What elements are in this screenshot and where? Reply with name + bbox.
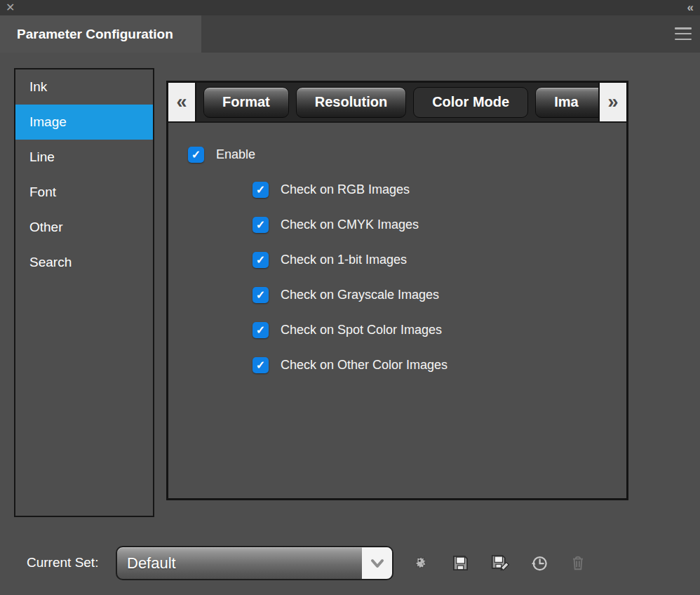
panel-menu-icon[interactable] xyxy=(675,27,692,40)
spot-color-checkbox[interactable]: ✓ xyxy=(253,322,269,338)
spot-color-label: Check on Spot Color Images xyxy=(281,323,442,337)
other-color-checkbox[interactable]: ✓ xyxy=(253,357,269,373)
check-row-1bit: ✓ Check on 1-bit Images xyxy=(253,252,626,268)
sidebar-item-image[interactable]: Image xyxy=(15,105,153,140)
1bit-checkbox[interactable]: ✓ xyxy=(253,252,269,268)
new-set-button[interactable] xyxy=(411,553,431,573)
history-icon xyxy=(530,554,548,573)
1bit-label: Check on 1-bit Images xyxy=(281,253,407,267)
sidebar-item-line[interactable]: Line xyxy=(15,140,153,175)
set-toolbar xyxy=(411,553,588,573)
sidebar-item-other[interactable]: Other xyxy=(15,210,153,245)
check-row-cmyk: ✓ Check on CMYK Images xyxy=(253,217,626,233)
save-set-icon xyxy=(451,554,470,573)
check-row-rgb: ✓ Check on RGB Images xyxy=(253,182,626,198)
settings-panel: « Format Resolution Color Mode Ima » ✓ E… xyxy=(166,81,628,500)
rgb-label: Check on RGB Images xyxy=(281,182,410,197)
cmyk-label: Check on CMYK Images xyxy=(281,218,419,232)
save-set-button[interactable] xyxy=(450,553,470,573)
panel-tab-row: Parameter Configuration xyxy=(0,15,700,53)
dropdown-arrow-segment[interactable] xyxy=(362,547,392,579)
history-button[interactable] xyxy=(529,553,548,573)
check-row-other-color: ✓ Check on Other Color Images xyxy=(253,357,626,373)
new-set-icon xyxy=(412,554,431,573)
panel-title: Parameter Configuration xyxy=(17,27,173,42)
color-mode-settings: ✓ Enable ✓ Check on RGB Images ✓ Check o… xyxy=(168,123,626,373)
close-icon[interactable]: ✕ xyxy=(6,1,15,15)
grayscale-checkbox[interactable]: ✓ xyxy=(253,287,269,303)
save-set-as-icon xyxy=(490,554,509,573)
enable-checkbox[interactable]: ✓ xyxy=(188,147,204,163)
sidebar-item-search[interactable]: Search xyxy=(15,245,153,280)
sidebar-item-ink[interactable]: Ink xyxy=(15,69,153,105)
tab-color-mode[interactable]: Color Mode xyxy=(413,87,528,118)
save-set-as-button[interactable] xyxy=(490,553,509,573)
tab-scroll-left-button[interactable]: « xyxy=(168,83,196,121)
cmyk-checkbox[interactable]: ✓ xyxy=(253,217,269,233)
enable-row: ✓ Enable xyxy=(188,147,626,163)
check-row-grayscale: ✓ Check on Grayscale Images xyxy=(253,287,626,303)
delete-set-icon xyxy=(569,554,587,572)
enable-label: Enable xyxy=(216,147,255,162)
current-set-dropdown[interactable]: Default xyxy=(116,546,393,580)
check-row-spot-color: ✓ Check on Spot Color Images xyxy=(253,322,626,338)
collapse-panel-icon[interactable]: « xyxy=(687,0,694,15)
current-set-value: Default xyxy=(117,554,176,573)
tab-resolution[interactable]: Resolution xyxy=(296,87,406,118)
grayscale-label: Check on Grayscale Images xyxy=(281,288,439,302)
tab-format[interactable]: Format xyxy=(203,87,289,118)
tab-scroll-right-button[interactable]: » xyxy=(598,83,626,121)
chevron-down-icon xyxy=(370,557,385,570)
rgb-checkbox[interactable]: ✓ xyxy=(253,182,269,198)
delete-set-button[interactable] xyxy=(568,553,588,573)
tab-strip: « Format Resolution Color Mode Ima » xyxy=(168,83,626,123)
window-top-strip: ✕ « xyxy=(0,0,700,15)
panel-tab-parameter-configuration[interactable]: Parameter Configuration xyxy=(0,15,201,53)
other-color-label: Check on Other Color Images xyxy=(281,358,447,373)
current-set-label: Current Set: xyxy=(27,555,98,570)
category-list: Ink Image Line Font Other Search xyxy=(14,68,154,517)
sidebar-item-font[interactable]: Font xyxy=(15,175,153,210)
